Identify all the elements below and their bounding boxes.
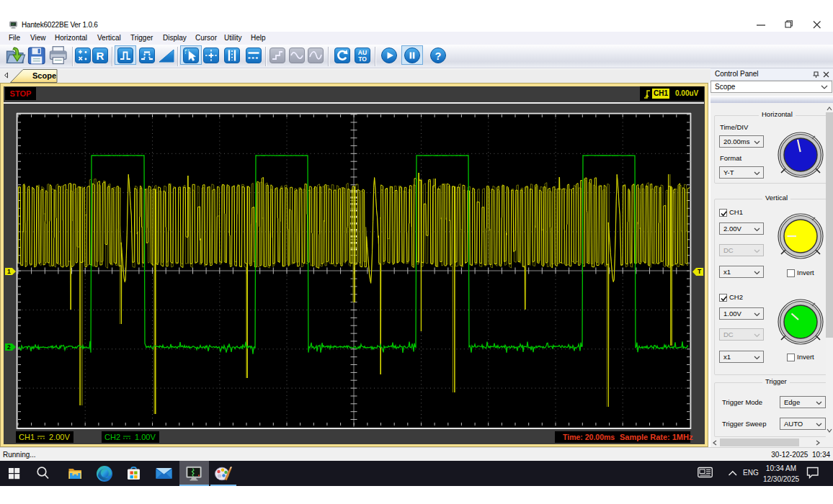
svg-text:R: R bbox=[97, 50, 104, 62]
svg-text:?: ? bbox=[435, 50, 442, 62]
svg-text:TO: TO bbox=[358, 55, 367, 63]
